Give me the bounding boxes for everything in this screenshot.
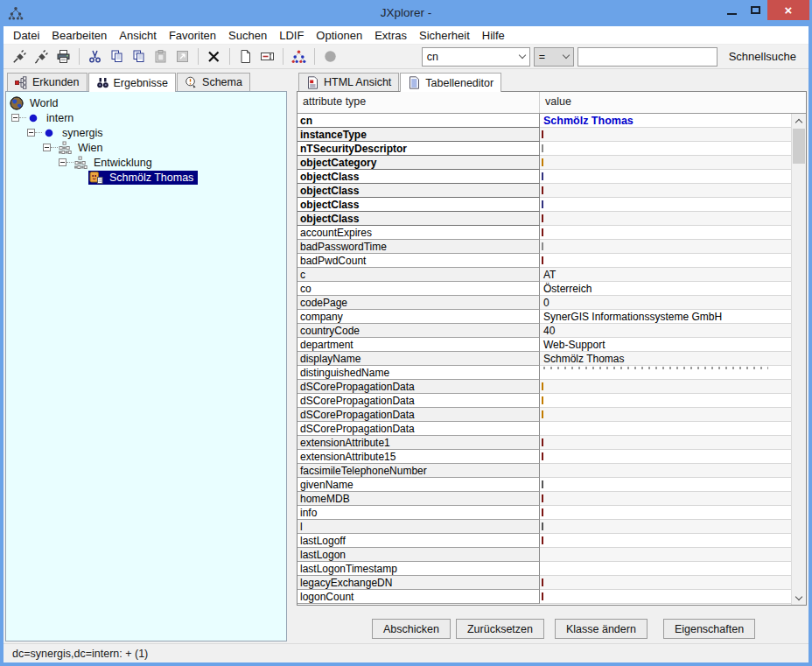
- value-cell[interactable]: [540, 590, 791, 604]
- value-cell[interactable]: [540, 534, 791, 548]
- attribute-type-cell[interactable]: facsimileTelephoneNumber: [298, 464, 540, 478]
- menu-optionen[interactable]: Optionen: [310, 26, 368, 45]
- value-cell[interactable]: [540, 492, 791, 506]
- tab-tabelleneditor[interactable]: Tabelleneditor: [400, 73, 501, 92]
- value-cell[interactable]: Schmölz Thomas: [540, 114, 791, 128]
- value-cell[interactable]: [540, 422, 791, 436]
- properties-button[interactable]: Eigenschaften: [663, 619, 755, 639]
- scroll-up-icon[interactable]: [792, 114, 806, 128]
- print-icon[interactable]: [52, 46, 74, 67]
- value-cell[interactable]: 0: [540, 296, 791, 310]
- scroll-down-icon[interactable]: [792, 591, 806, 605]
- vertical-scrollbar[interactable]: [791, 114, 806, 605]
- menu-extras[interactable]: Extras: [368, 26, 413, 45]
- attribute-type-cell[interactable]: extensionAttribute15: [298, 450, 540, 464]
- new-entry-icon[interactable]: [234, 46, 256, 67]
- tab-schema[interactable]: Schema: [177, 73, 250, 91]
- attribute-type-cell[interactable]: homeMDB: [298, 492, 540, 506]
- expand-toggle-icon[interactable]: [59, 158, 66, 166]
- attribute-type-cell[interactable]: dSCorePropagationData: [298, 408, 540, 422]
- menu-ldif[interactable]: LDIF: [273, 26, 310, 45]
- tree-node-synergis[interactable]: synergis: [6, 125, 286, 140]
- value-cell[interactable]: Österreich: [540, 282, 791, 296]
- tab-erkunden[interactable]: Erkunden: [7, 73, 88, 91]
- attribute-type-cell[interactable]: objectClass: [298, 170, 540, 184]
- value-cell[interactable]: [540, 254, 791, 268]
- value-cell[interactable]: 40: [540, 324, 791, 338]
- value-cell[interactable]: [540, 436, 791, 450]
- scrollbar-thumb[interactable]: [793, 129, 805, 164]
- attribute-type-cell[interactable]: extensionAttribute1: [298, 436, 540, 450]
- value-cell[interactable]: [540, 366, 791, 380]
- value-cell[interactable]: [540, 464, 791, 478]
- value-cell[interactable]: [540, 198, 791, 212]
- submit-button[interactable]: Abschicken: [372, 619, 451, 639]
- attribute-type-cell[interactable]: badPasswordTime: [298, 240, 540, 254]
- value-cell[interactable]: [540, 226, 791, 240]
- reset-button[interactable]: Zurücksetzen: [456, 619, 544, 639]
- expand-toggle-icon[interactable]: [43, 144, 51, 151]
- quick-search-button[interactable]: Schnellsuche: [729, 50, 796, 63]
- minimize-button[interactable]: [720, 0, 744, 20]
- attribute-type-cell[interactable]: dSCorePropagationData: [298, 394, 540, 408]
- expand-toggle-icon[interactable]: [11, 114, 19, 122]
- attribute-type-cell[interactable]: lastLogon: [298, 548, 540, 562]
- maximize-button[interactable]: [744, 0, 767, 20]
- refresh-tree-icon[interactable]: [288, 46, 310, 67]
- tree-node-intern[interactable]: intern: [6, 110, 286, 125]
- tree-node-schm-lz-thomas[interactable]: Schmölz Thomas: [6, 170, 286, 185]
- value-cell[interactable]: Schmölz Thomas: [540, 352, 791, 366]
- value-cell[interactable]: [540, 142, 791, 156]
- value-cell[interactable]: [540, 450, 791, 464]
- menu-ansicht[interactable]: Ansicht: [113, 26, 163, 45]
- attribute-type-cell[interactable]: objectClass: [298, 184, 540, 198]
- value-cell[interactable]: AT: [540, 268, 791, 282]
- attribute-type-cell[interactable]: nTSecurityDescriptor: [298, 142, 540, 156]
- connect-icon[interactable]: [9, 46, 31, 67]
- value-cell[interactable]: Web-Support: [540, 338, 791, 352]
- change-class-button[interactable]: Klasse ändern: [555, 619, 648, 639]
- attribute-type-cell[interactable]: l: [298, 520, 540, 534]
- value-cell[interactable]: [540, 394, 791, 408]
- attribute-type-cell[interactable]: accountExpires: [298, 226, 540, 240]
- attribute-type-cell[interactable]: distinguishedName: [298, 366, 540, 380]
- tab-ergebnisse[interactable]: Ergebnisse: [88, 73, 177, 92]
- menu-datei[interactable]: Datei: [7, 26, 46, 45]
- attribute-type-cell[interactable]: lastLogoff: [298, 534, 540, 548]
- attribute-type-cell[interactable]: instanceType: [298, 128, 540, 142]
- menu-suchen[interactable]: Suchen: [222, 26, 273, 45]
- attribute-type-cell[interactable]: info: [298, 506, 540, 520]
- value-cell[interactable]: [540, 240, 791, 254]
- attribute-type-cell[interactable]: legacyExchangeDN: [298, 576, 540, 590]
- menu-sicherheit[interactable]: Sicherheit: [413, 26, 476, 45]
- value-cell[interactable]: [540, 506, 791, 520]
- attribute-type-cell[interactable]: dSCorePropagationData: [298, 380, 540, 394]
- disconnect-icon[interactable]: [31, 46, 52, 67]
- value-cell[interactable]: [540, 156, 791, 170]
- value-cell[interactable]: [540, 128, 791, 142]
- value-cell[interactable]: [540, 576, 791, 590]
- attribute-type-cell[interactable]: objectClass: [298, 198, 540, 212]
- menu-favoriten[interactable]: Favoriten: [163, 26, 222, 45]
- value-cell[interactable]: [540, 548, 791, 562]
- attribute-type-cell[interactable]: countryCode: [298, 324, 540, 338]
- menu-hilfe[interactable]: Hilfe: [476, 26, 511, 45]
- attribute-type-cell[interactable]: co: [298, 282, 540, 296]
- copy-icon[interactable]: [106, 46, 128, 67]
- value-cell[interactable]: [540, 212, 791, 226]
- delete-icon[interactable]: [203, 46, 225, 67]
- close-button[interactable]: ×: [767, 0, 809, 20]
- copy-dn-icon[interactable]: [128, 46, 150, 67]
- attribute-type-cell[interactable]: company: [298, 310, 540, 324]
- menu-bearbeiten[interactable]: Bearbeiten: [46, 26, 113, 45]
- value-cell[interactable]: [540, 184, 791, 198]
- value-cell[interactable]: [540, 562, 791, 576]
- value-cell[interactable]: [540, 170, 791, 184]
- value-cell[interactable]: [540, 520, 791, 534]
- quick-search-input[interactable]: [578, 47, 718, 67]
- attribute-type-cell[interactable]: dSCorePropagationData: [298, 422, 540, 436]
- tab-html-ansicht[interactable]: HTML Ansicht: [298, 73, 399, 91]
- attribute-type-cell[interactable]: lastLogonTimestamp: [298, 562, 540, 576]
- attribute-type-cell[interactable]: objectCategory: [298, 156, 540, 170]
- attribute-type-cell[interactable]: codePage: [298, 296, 540, 310]
